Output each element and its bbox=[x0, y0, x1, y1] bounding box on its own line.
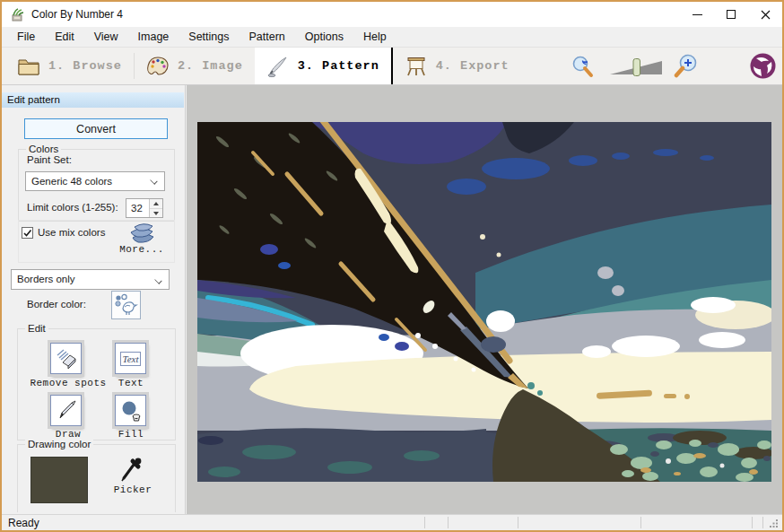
spinner-up-button[interactable] bbox=[150, 199, 162, 208]
menu-item-file[interactable]: File bbox=[7, 27, 45, 47]
step-image[interactable]: 2. Image bbox=[135, 48, 255, 84]
edit-group: Edit Remove spots Text Text Draw Fill bbox=[17, 328, 176, 440]
border-color-label: Border color: bbox=[27, 299, 86, 310]
convert-button[interactable]: Convert bbox=[24, 118, 168, 139]
borders-mode-value: Borders only bbox=[17, 274, 75, 284]
use-mix-colors-checkbox[interactable] bbox=[22, 227, 33, 239]
step-label: 4. Export bbox=[436, 59, 510, 73]
palette-icon bbox=[146, 55, 170, 78]
menu-item-view[interactable]: View bbox=[84, 27, 128, 47]
eraser-icon bbox=[55, 347, 78, 371]
close-button[interactable] bbox=[748, 2, 782, 27]
statusbar-separator bbox=[424, 517, 425, 528]
step-browse[interactable]: 1. Browse bbox=[5, 48, 134, 84]
limit-colors-spinner[interactable]: 32 bbox=[126, 198, 163, 218]
paint-set-value: Generic 48 colors bbox=[31, 176, 112, 187]
checkmark-icon bbox=[22, 228, 32, 238]
drawing-color-group-title: Drawing color bbox=[25, 439, 93, 449]
edit-pattern-panel: Edit pattern Convert Colors Paint Set: G… bbox=[2, 85, 186, 514]
menu-item-settings[interactable]: Settings bbox=[179, 27, 239, 47]
statusbar-separator bbox=[752, 517, 753, 528]
limit-colors-value: 32 bbox=[131, 203, 143, 214]
menu-item-options[interactable]: Options bbox=[295, 27, 353, 47]
step-export[interactable]: 4. Export bbox=[393, 48, 521, 84]
draw-tool-button[interactable] bbox=[50, 395, 82, 426]
drawing-color-swatch[interactable] bbox=[30, 457, 88, 503]
window-title: Color By Number 4 bbox=[31, 8, 123, 21]
menu-item-edit[interactable]: Edit bbox=[45, 27, 84, 47]
canvas-area[interactable] bbox=[187, 85, 782, 514]
menu-item-help[interactable]: Help bbox=[353, 27, 396, 47]
paint-set-label: Paint Set: bbox=[27, 154, 72, 165]
borders-mode-dropdown[interactable]: Borders only bbox=[11, 269, 170, 290]
main-area: Edit pattern Convert Colors Paint Set: G… bbox=[2, 85, 782, 514]
maximize-button[interactable] bbox=[714, 2, 748, 27]
toolbar: 1. Browse 2. Image 3. Pattern 4. Export bbox=[2, 48, 782, 85]
spinner-buttons bbox=[149, 199, 162, 217]
filled-circle-bucket-icon bbox=[118, 398, 144, 423]
window-controls bbox=[680, 2, 782, 27]
text-tool-label: Text bbox=[90, 378, 172, 388]
paint-set-dropdown[interactable]: Generic 48 colors bbox=[25, 171, 165, 191]
close-icon bbox=[761, 10, 771, 20]
colors-group: Colors Paint Set: Generic 48 colors Limi… bbox=[18, 149, 175, 222]
pinwheel-logo-icon bbox=[749, 52, 777, 80]
triangle-up-icon bbox=[153, 202, 159, 205]
status-text: Ready bbox=[8, 517, 39, 529]
step-label: 1. Browse bbox=[48, 59, 122, 73]
edit-group-title: Edit bbox=[25, 323, 48, 334]
picker-label: Picker bbox=[99, 484, 167, 495]
border-color-button[interactable] bbox=[111, 291, 141, 319]
statusbar: Ready bbox=[2, 514, 782, 530]
menubar: File Edit View Image Settings Pattern Op… bbox=[2, 27, 782, 48]
fill-tool-button[interactable] bbox=[115, 395, 146, 426]
titlebar: Color By Number 4 bbox=[2, 2, 782, 27]
panel-header: Edit pattern bbox=[2, 92, 184, 108]
resize-grip[interactable] bbox=[770, 519, 779, 528]
maximize-icon bbox=[727, 10, 736, 19]
zoom-out-button[interactable] bbox=[570, 55, 595, 79]
text-tool-button[interactable]: Text bbox=[115, 343, 146, 374]
menu-item-image[interactable]: Image bbox=[128, 27, 179, 47]
minimize-button[interactable] bbox=[680, 2, 714, 27]
fill-tool-label: Fill bbox=[90, 429, 172, 440]
triangle-down-icon bbox=[153, 212, 159, 215]
step-label: 3. Pattern bbox=[298, 59, 379, 73]
drawing-color-group: Drawing color Picker bbox=[17, 444, 176, 512]
stacked-paints-icon[interactable] bbox=[126, 220, 160, 247]
statusbar-separator bbox=[640, 517, 641, 528]
app-window: Color By Number 4 File Edit View Image S… bbox=[0, 0, 784, 532]
folder-icon bbox=[17, 55, 40, 78]
eyedropper-icon[interactable] bbox=[118, 454, 145, 483]
step-pattern[interactable]: 3. Pattern bbox=[255, 48, 393, 84]
pattern-image[interactable] bbox=[197, 122, 771, 482]
pencil-icon bbox=[55, 399, 78, 423]
use-mix-colors-label: Use mix colors bbox=[38, 227, 105, 238]
chevron-down-icon bbox=[150, 177, 157, 184]
statusbar-separator bbox=[518, 517, 518, 528]
chevron-down-icon bbox=[154, 276, 161, 283]
zoom-slider[interactable] bbox=[608, 57, 666, 77]
quill-pen-icon bbox=[266, 55, 290, 78]
step-label: 2. Image bbox=[178, 59, 243, 73]
app-icon bbox=[10, 7, 25, 22]
easel-icon bbox=[405, 55, 428, 78]
zoom-in-button[interactable] bbox=[673, 53, 701, 80]
bird-with-dots-icon bbox=[114, 293, 138, 317]
limit-colors-label: Limit colors (1-255): bbox=[27, 202, 118, 213]
text-box-icon: Text bbox=[120, 352, 142, 366]
spinner-down-button[interactable] bbox=[150, 208, 162, 217]
minimize-icon bbox=[693, 14, 702, 15]
more-button[interactable]: More... bbox=[108, 244, 176, 255]
remove-spots-button[interactable] bbox=[50, 343, 82, 374]
colors-group-title: Colors bbox=[26, 144, 61, 154]
statusbar-separator bbox=[448, 517, 449, 528]
menu-item-pattern[interactable]: Pattern bbox=[240, 27, 295, 47]
statusbar-separator bbox=[762, 517, 763, 528]
